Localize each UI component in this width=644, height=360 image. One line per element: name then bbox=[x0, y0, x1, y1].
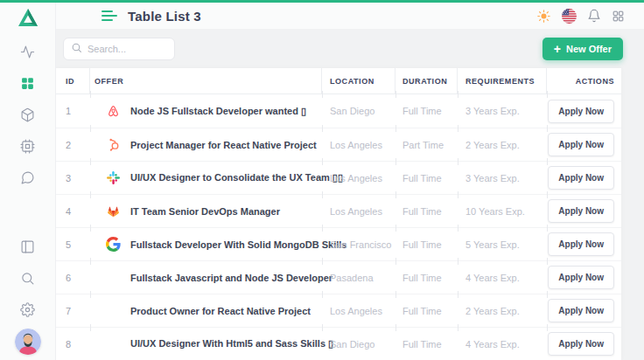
offer-location: Los Angeles bbox=[322, 195, 396, 227]
table-row: 3 UI/UX Designer to Consolidate the UX T… bbox=[56, 161, 621, 194]
table-row: 2 Project Manager for React Native Proje… bbox=[56, 128, 621, 161]
offer-id-cell: 7 bbox=[56, 294, 90, 327]
apply-now-button[interactable]: Apply Now bbox=[548, 266, 614, 289]
apply-now-button[interactable]: Apply Now bbox=[548, 199, 614, 223]
offer-id: 8 bbox=[66, 339, 71, 350]
airbnb-icon bbox=[106, 104, 121, 119]
column-header-requirements: REQUIREMENTS bbox=[458, 68, 547, 93]
apply-now-button[interactable]: Apply Now bbox=[548, 332, 614, 356]
offer-duration: Full Time bbox=[396, 228, 458, 260]
menu-toggle-icon[interactable] bbox=[102, 10, 117, 22]
offer-duration: Full Time bbox=[396, 294, 458, 327]
offer-id-cell: 4 bbox=[56, 195, 90, 227]
cpu-icon[interactable] bbox=[12, 130, 44, 162]
apply-now-button[interactable]: Apply Now bbox=[548, 299, 614, 322]
offer-id: 1 bbox=[66, 106, 71, 116]
grid-squares-icon[interactable] bbox=[612, 10, 625, 23]
offer-id: 2 bbox=[66, 140, 71, 150]
slack-icon bbox=[106, 170, 121, 185]
offer-title: Project Manager for React Native Project bbox=[130, 140, 317, 150]
gitlab-icon bbox=[106, 204, 121, 218]
chat-icon[interactable] bbox=[12, 162, 44, 193]
plus-icon: + bbox=[554, 43, 561, 55]
google-icon bbox=[106, 237, 121, 252]
table-row: 1 Node JS Fullstack Developer wanted ▯ S… bbox=[56, 94, 621, 128]
offer-actions-cell: Apply Now bbox=[547, 162, 621, 194]
offer-requirements: 4 Years Exp. bbox=[458, 261, 547, 294]
settings-icon[interactable] bbox=[12, 294, 44, 325]
user-avatar[interactable] bbox=[15, 329, 41, 355]
table-row: 7 Product Owner for React Native Project… bbox=[56, 294, 621, 327]
table-row: 4 IT Team Senior DevOps Manager Los Ange… bbox=[56, 194, 621, 227]
sidebar-bottom-icons bbox=[12, 231, 44, 325]
offer-location: San Francisco bbox=[322, 228, 396, 260]
table-row: 6 Fullstack Javascript and Node JS Devel… bbox=[56, 260, 621, 294]
main-content: + New Offer IDOFFERLOCATIONDURATIONREQUI… bbox=[56, 29, 644, 360]
offer-duration: Full Time bbox=[396, 261, 458, 294]
offer-cell: Fullstack Javascript and Node JS Develop… bbox=[90, 261, 322, 294]
flag-us-icon[interactable] bbox=[562, 9, 577, 24]
search-icon[interactable] bbox=[12, 262, 44, 294]
offer-location: Los Angeles bbox=[322, 128, 396, 161]
no-icon bbox=[106, 336, 121, 351]
offer-requirements: 3 Years Exp. bbox=[458, 94, 547, 128]
offer-title: Product Owner for React Native Project bbox=[130, 306, 311, 316]
offer-id-cell: 2 bbox=[56, 128, 90, 161]
sidebar-nav-bottom bbox=[12, 227, 44, 360]
offer-id: 3 bbox=[66, 173, 71, 183]
app-root: Table List 3 + New Offer IDOFFERLOCATION… bbox=[0, 0, 644, 360]
offer-id-cell: 1 bbox=[56, 94, 90, 128]
offer-requirements: 2 Years Exp. bbox=[458, 294, 547, 327]
apply-now-button[interactable]: Apply Now bbox=[548, 232, 614, 256]
box-icon[interactable] bbox=[12, 99, 44, 130]
offer-title: Fullstack Javascript and Node JS Develop… bbox=[130, 273, 332, 283]
table-row: 8 UI/UX Designer With Html5 and Sass Ski… bbox=[56, 327, 621, 360]
offer-actions-cell: Apply Now bbox=[547, 195, 621, 227]
offers-table-card: IDOFFERLOCATIONDURATIONREQUIREMENTSACTIO… bbox=[56, 68, 621, 360]
column-header-offer: OFFER bbox=[90, 68, 322, 93]
layout-sidebar-icon[interactable] bbox=[12, 231, 44, 262]
offer-requirements: 10 Years Exp. bbox=[458, 195, 547, 227]
offer-cell: IT Team Senior DevOps Manager bbox=[90, 195, 322, 227]
hubspot-icon bbox=[106, 137, 121, 152]
offer-id-cell: 5 bbox=[56, 228, 90, 260]
offer-title: UI/UX Designer With Html5 and Sass Skill… bbox=[130, 338, 333, 350]
apps-grid-icon[interactable] bbox=[12, 67, 44, 99]
offer-location: Los Angeles bbox=[322, 162, 396, 194]
offer-actions-cell: Apply Now bbox=[547, 94, 621, 128]
offer-duration: Part Time bbox=[396, 128, 458, 161]
table-row: 5 Fullstack Developer With Solid MongoDB… bbox=[56, 227, 621, 260]
column-header-actions: ACTIONS bbox=[547, 68, 621, 93]
offer-cell: Product Owner for React Native Project bbox=[90, 294, 322, 327]
column-header-location: LOCATION bbox=[322, 68, 396, 93]
avatar-illustration-icon bbox=[15, 329, 41, 355]
offer-id: 6 bbox=[66, 273, 71, 283]
activity-icon[interactable] bbox=[12, 36, 44, 67]
offer-title: Node JS Fullstack Developer wanted ▯ bbox=[130, 106, 306, 117]
bell-icon[interactable] bbox=[587, 9, 601, 23]
offer-id-cell: 8 bbox=[56, 328, 90, 360]
sidebar bbox=[0, 3, 56, 360]
offer-cell: Fullstack Developer With Solid MongoDB S… bbox=[90, 228, 322, 260]
new-offer-button[interactable]: + New Offer bbox=[542, 38, 623, 60]
offer-id: 5 bbox=[66, 239, 71, 250]
offer-id-cell: 6 bbox=[56, 261, 90, 294]
search-box[interactable] bbox=[63, 38, 175, 60]
apply-now-button[interactable]: Apply Now bbox=[548, 100, 614, 123]
apply-now-button[interactable]: Apply Now bbox=[548, 166, 614, 190]
header-icon-group bbox=[536, 9, 625, 24]
offer-requirements: 4 Years Exp. bbox=[458, 328, 547, 360]
search-input[interactable] bbox=[88, 44, 167, 54]
offer-title: IT Team Senior DevOps Manager bbox=[130, 206, 280, 217]
offer-cell: UI/UX Designer With Html5 and Sass Skill… bbox=[90, 328, 322, 360]
offer-actions-cell: Apply Now bbox=[547, 328, 621, 360]
sun-icon[interactable] bbox=[536, 9, 551, 24]
no-icon bbox=[106, 303, 121, 318]
offer-location: Los Angeles bbox=[322, 294, 396, 327]
offer-id-cell: 3 bbox=[56, 162, 90, 194]
table-body: 1 Node JS Fullstack Developer wanted ▯ S… bbox=[56, 94, 621, 360]
apply-now-button[interactable]: Apply Now bbox=[548, 133, 614, 156]
offer-location: San Diego bbox=[322, 94, 396, 128]
offer-id: 7 bbox=[66, 306, 71, 316]
app-logo[interactable] bbox=[0, 3, 55, 32]
